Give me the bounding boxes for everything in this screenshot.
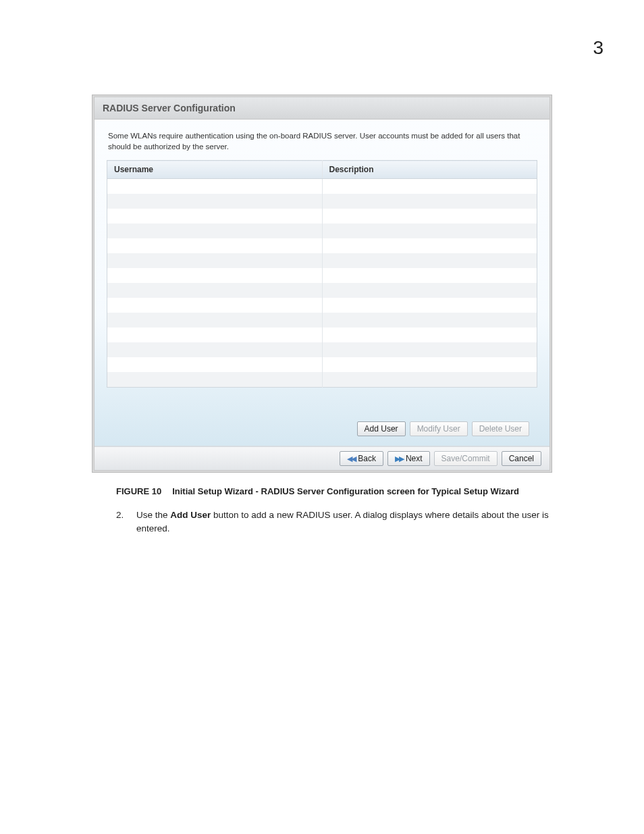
table-cell [322,224,537,238]
table-row[interactable] [107,224,537,238]
table-row[interactable] [107,238,537,253]
step-number: 2. [116,509,127,536]
rewind-icon: ◀◀ [347,455,355,463]
table-cell [107,238,323,253]
table-cell [322,209,537,224]
screenshot-frame: RADIUS Server Configuration Some WLANs r… [92,95,552,473]
table-row[interactable] [107,372,537,388]
table-row[interactable] [107,209,537,224]
table-cell [107,372,323,388]
next-button[interactable]: ▶▶ Next [387,451,430,466]
delete-user-button[interactable]: Delete User [472,421,529,436]
back-label: Back [358,454,376,463]
page-number: 3 [593,37,603,59]
table-cell [107,253,323,268]
col-description[interactable]: Description [322,161,537,179]
table-cell [107,268,323,283]
step-bold: Add User [170,510,211,520]
add-user-button[interactable]: Add User [357,421,406,436]
step-pre: Use the [136,510,170,520]
page: 3 RADIUS Server Configuration Some WLANs… [0,0,644,834]
user-table-body [107,179,537,388]
table-row[interactable] [107,328,537,342]
back-button[interactable]: ◀◀ Back [340,451,383,466]
table-cell [107,283,323,298]
table-row[interactable] [107,179,537,194]
table-cell [107,313,323,328]
panel-body: Some WLANs require authentication using … [95,120,549,446]
table-cell [322,179,537,194]
table-cell [322,253,537,268]
col-username[interactable]: Username [107,161,323,179]
modify-user-button[interactable]: Modify User [410,421,468,436]
dialog: RADIUS Server Configuration Some WLANs r… [94,97,550,471]
table-cell [107,209,323,224]
table-row[interactable] [107,313,537,328]
user-table: Username Description [107,160,537,388]
table-row[interactable] [107,298,537,313]
figure-text: Initial Setup Wizard - RADIUS Server Con… [172,486,519,496]
table-row[interactable] [107,342,537,357]
panel-title: RADIUS Server Configuration [95,97,549,120]
table-cell [322,328,537,342]
step-text: Use the Add User button to add a new RAD… [136,509,552,536]
figure-caption: FIGURE 10 Initial Setup Wizard - RADIUS … [92,486,552,496]
table-row[interactable] [107,253,537,268]
step-2: 2. Use the Add User button to add a new … [92,509,552,536]
table-row[interactable] [107,283,537,298]
table-cell [322,357,537,372]
table-row[interactable] [107,194,537,209]
table-cell [322,372,537,388]
table-cell [107,328,323,342]
table-cell [322,194,537,209]
table-cell [107,298,323,313]
table-cell [107,179,323,194]
table-row[interactable] [107,357,537,372]
table-row[interactable] [107,268,537,283]
table-cell [322,298,537,313]
cancel-button[interactable]: Cancel [502,451,541,466]
user-buttons: Add User Modify User Delete User [107,388,537,446]
intro-text: Some WLANs require authentication using … [107,126,537,160]
table-cell [322,283,537,298]
save-commit-button[interactable]: Save/Commit [434,451,498,466]
table-cell [322,313,537,328]
table-cell [322,238,537,253]
table-cell [107,224,323,238]
table-cell [107,194,323,209]
next-label: Next [406,454,423,463]
figure-label: FIGURE 10 [116,486,161,496]
wizard-footer: ◀◀ Back ▶▶ Next Save/Commit Cancel [95,446,549,470]
table-cell [322,268,537,283]
table-cell [107,342,323,357]
table-cell [107,357,323,372]
forward-icon: ▶▶ [395,455,403,463]
table-cell [322,342,537,357]
